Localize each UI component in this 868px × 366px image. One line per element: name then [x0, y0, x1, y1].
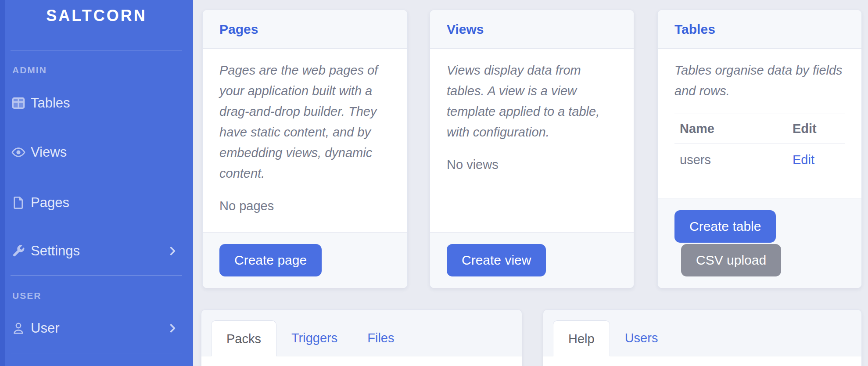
create-view-button[interactable]: Create view — [447, 244, 546, 276]
sidebar-item-label: Views — [31, 144, 67, 160]
pages-card: Pages Pages are the web pages of your ap… — [202, 10, 408, 288]
tab-users[interactable]: Users — [610, 320, 673, 356]
tab-files[interactable]: Files — [352, 320, 409, 356]
pages-card-footer: Create page — [203, 232, 407, 288]
sidebar-item-user[interactable]: User — [0, 316, 193, 341]
table-icon — [11, 96, 25, 110]
views-empty-text: No views — [447, 158, 617, 172]
pages-card-body: Pages are the web pages of your applicat… — [203, 49, 407, 213]
tables-card-footer: Create table CSV upload — [658, 198, 861, 288]
help-tab-bar: Help Users — [543, 310, 861, 356]
sidebar: SALTCORN ADMIN Tables Views Pages — [0, 0, 193, 366]
tables-card-title: Tables — [674, 22, 715, 37]
help-tab-panel — [543, 356, 861, 366]
views-card-title: Views — [447, 22, 484, 37]
packs-tab-panel — [201, 356, 522, 366]
pages-card-title: Pages — [219, 22, 258, 37]
views-description: Views display data from tables. A view i… — [447, 60, 617, 143]
eye-icon — [11, 145, 25, 159]
create-table-button[interactable]: Create table — [674, 210, 776, 243]
tables-card-header: Tables — [658, 10, 861, 49]
help-tab-card: Help Users — [543, 309, 862, 366]
table-row: users Edit — [674, 144, 845, 176]
create-page-button[interactable]: Create page — [219, 244, 322, 276]
pages-empty-text: No pages — [219, 199, 391, 213]
sidebar-item-label: Settings — [31, 243, 80, 259]
views-card: Views Views display data from tables. A … — [430, 10, 634, 288]
sidebar-divider — [11, 354, 182, 354]
chevron-right-icon — [167, 245, 178, 257]
tab-help[interactable]: Help — [553, 320, 610, 356]
file-icon — [11, 196, 25, 210]
sidebar-item-tables[interactable]: Tables — [0, 91, 193, 115]
views-card-header: Views — [430, 10, 634, 49]
tables-card-body: Tables organise data by fields and rows.… — [658, 49, 861, 176]
sidebar-item-label: Pages — [31, 195, 69, 211]
sidebar-section-admin-label: ADMIN — [12, 65, 47, 75]
edit-table-link[interactable]: Edit — [793, 153, 814, 167]
csv-upload-button[interactable]: CSV upload — [681, 244, 781, 276]
sidebar-item-label: User — [31, 320, 59, 336]
sidebar-item-pages[interactable]: Pages — [0, 190, 193, 215]
app-logo[interactable]: SALTCORN — [0, 6, 193, 25]
sidebar-section-user-label: USER — [12, 291, 41, 301]
tables-list-name-header: Name — [674, 114, 787, 144]
views-card-body: Views display data from tables. A view i… — [430, 49, 634, 172]
sidebar-divider — [11, 275, 182, 276]
tables-list-header-row: Name Edit — [674, 114, 845, 144]
sidebar-item-views[interactable]: Views — [0, 140, 193, 165]
pages-card-header: Pages — [203, 10, 407, 49]
wrench-icon — [11, 244, 25, 258]
user-icon — [11, 321, 25, 335]
tab-packs[interactable]: Packs — [211, 320, 276, 356]
tables-description: Tables organise data by fields and rows. — [674, 60, 845, 101]
table-name-cell: users — [674, 144, 787, 176]
sidebar-item-label: Tables — [31, 95, 70, 111]
sidebar-divider — [11, 50, 182, 50]
tables-list: Name Edit users Edit — [674, 114, 845, 176]
tables-card: Tables Tables organise data by fields an… — [657, 10, 862, 288]
sidebar-item-settings[interactable]: Settings — [0, 239, 193, 263]
pages-description: Pages are the web pages of your applicat… — [219, 60, 391, 184]
views-card-footer: Create view — [430, 232, 634, 288]
chevron-right-icon — [167, 323, 178, 334]
packs-tab-bar: Packs Triggers Files — [201, 310, 522, 356]
packs-tab-card: Packs Triggers Files — [201, 309, 522, 366]
tables-list-edit-header: Edit — [787, 114, 845, 144]
tab-triggers[interactable]: Triggers — [276, 320, 352, 356]
sidebar-edge-strip — [0, 0, 5, 366]
